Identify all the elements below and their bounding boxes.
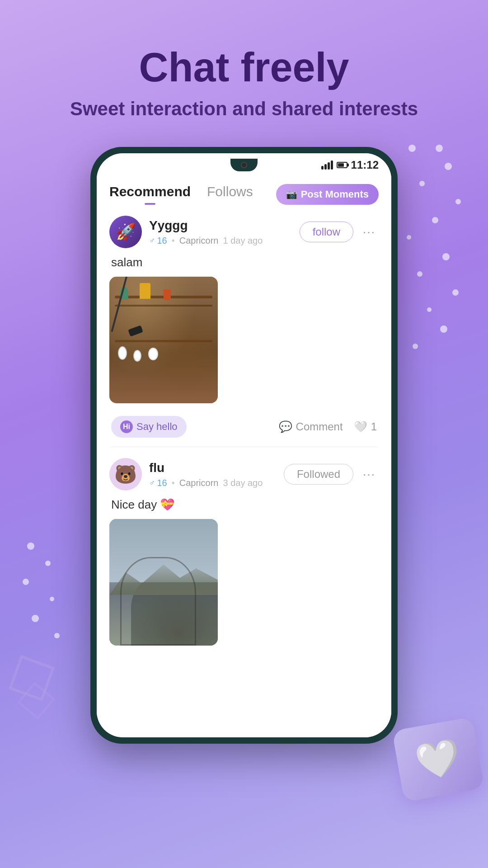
gender-age: ♂ 16: [149, 236, 167, 246]
avatar-emoji: 🐻: [114, 464, 137, 485]
avatar[interactable]: 🐻: [109, 458, 142, 491]
avatar[interactable]: 🚀: [109, 216, 142, 248]
main-title: Chat freely: [70, 45, 418, 90]
post-image: [109, 519, 218, 646]
post-footer: Hi Say hello 💬 Comment 🤍 1: [109, 410, 379, 447]
post-text: salam: [109, 255, 379, 269]
time-display: 11:12: [351, 159, 379, 171]
heart-bubble-decoration: 🤍: [392, 717, 484, 802]
time-ago: 1 day ago: [223, 236, 263, 246]
post-card: 🐻 flu ♂ 16 • Capricorn: [97, 447, 391, 646]
battery-icon: [337, 162, 347, 168]
phone-outer: 11:12 Recommend Follows 📷 Post Moments: [90, 147, 398, 744]
phone-screen: 11:12 Recommend Follows 📷 Post Moments: [97, 153, 391, 737]
phone-frame: 11:12 Recommend Follows 📷 Post Moments: [90, 147, 398, 744]
post-username: Yyggg: [149, 218, 300, 233]
say-hello-button[interactable]: Hi Say hello: [111, 416, 187, 438]
notch: [230, 159, 258, 171]
comment-label: Comment: [296, 420, 343, 433]
more-options-button[interactable]: ⋯: [359, 223, 379, 241]
feed[interactable]: 🚀 Yyggg ♂ 16 • Caprico: [97, 205, 391, 737]
more-options-button[interactable]: ⋯: [359, 465, 379, 484]
zodiac: Capricorn: [179, 236, 219, 246]
gender-age: ♂ 16: [149, 478, 167, 488]
tabs-bar: Recommend Follows 📷 Post Moments: [97, 177, 391, 205]
signal-bar-2: [324, 164, 327, 170]
battery-fill: [338, 163, 344, 167]
camera-icon: 📷: [286, 189, 297, 200]
post-photo-car: [109, 519, 218, 646]
post-header: 🐻 flu ♂ 16 • Capricorn: [109, 458, 379, 491]
header-section: Chat freely Sweet interaction and shared…: [70, 45, 418, 120]
say-hello-label: Say hello: [136, 421, 178, 433]
post-moments-button[interactable]: 📷 Post Moments: [276, 184, 379, 205]
zodiac: Capricorn: [179, 478, 219, 488]
signal-bar-4: [331, 160, 333, 170]
signal-icon: [321, 160, 333, 170]
comment-icon: 💬: [279, 420, 292, 433]
post-image: [109, 277, 218, 403]
tab-follows[interactable]: Follows: [207, 184, 253, 205]
time-ago: 3 day ago: [223, 478, 263, 488]
like-count: 1: [371, 420, 377, 433]
follow-button[interactable]: follow: [300, 222, 353, 242]
post-photo-coffee: [109, 277, 218, 403]
camera-notch: [241, 162, 247, 168]
post-card: 🚀 Yyggg ♂ 16 • Caprico: [97, 205, 391, 447]
post-meta: ♂ 16 • Capricorn 3 day ago: [149, 478, 284, 488]
post-moments-label: Post Moments: [301, 189, 369, 200]
post-user-info: flu ♂ 16 • Capricorn 3 day ago: [149, 461, 284, 488]
age: 16: [157, 478, 167, 488]
gender-icon: ♂: [149, 478, 155, 488]
like-button[interactable]: 🤍 1: [354, 420, 377, 433]
post-meta: ♂ 16 • Capricorn 1 day ago: [149, 236, 300, 246]
gender-icon: ♂: [149, 236, 155, 245]
heart-decoration-icon: 🤍: [413, 735, 465, 784]
tab-recommend[interactable]: Recommend: [109, 184, 191, 205]
app-content: Recommend Follows 📷 Post Moments 🚀: [97, 177, 391, 737]
post-header: 🚀 Yyggg ♂ 16 • Caprico: [109, 216, 379, 248]
signal-bar-3: [328, 162, 330, 170]
post-user-info: Yyggg ♂ 16 • Capricorn 1 day ago: [149, 218, 300, 246]
heart-icon: 🤍: [354, 420, 367, 433]
comment-button[interactable]: 💬 Comment: [279, 420, 343, 433]
subtitle: Sweet interaction and shared interests: [70, 98, 418, 120]
status-bar: 11:12: [97, 153, 391, 177]
hi-badge: Hi: [120, 420, 133, 433]
post-username: flu: [149, 461, 284, 475]
age: 16: [157, 236, 167, 246]
followed-button[interactable]: Followed: [284, 464, 353, 485]
avatar-emoji: 🚀: [116, 222, 136, 241]
post-text: Nice day 💝: [109, 498, 379, 512]
status-right: 11:12: [321, 159, 379, 171]
signal-bar-1: [321, 166, 324, 170]
